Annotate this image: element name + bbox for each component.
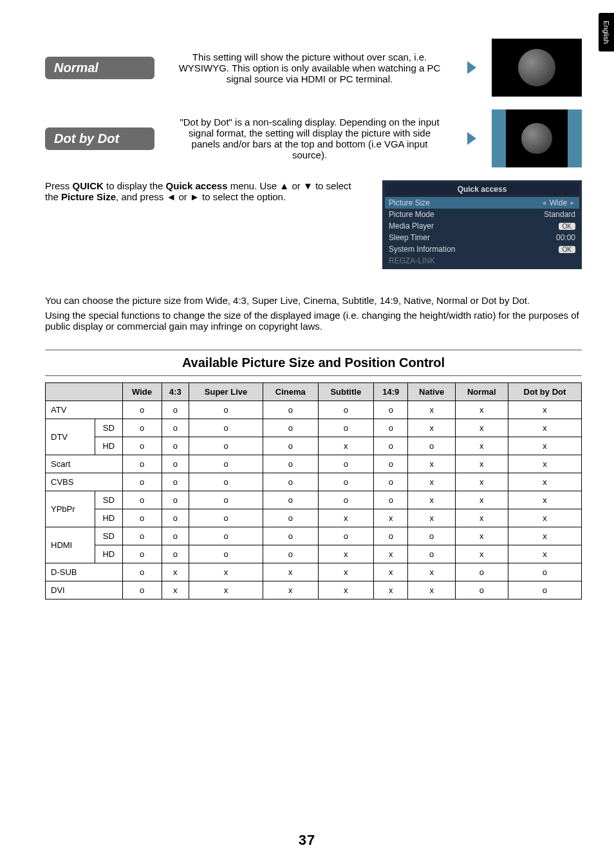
paragraph: Using the special functions to change th… <box>45 310 582 332</box>
panel-row-picture-size[interactable]: Picture Size ◄ Wide ► <box>385 197 579 209</box>
preview-dotbydot <box>492 109 582 167</box>
cell: x <box>374 545 408 563</box>
mode-row-dotbydot: Dot by Dot "Dot by Dot" is a non-scaling… <box>45 109 582 167</box>
cell: o <box>374 527 408 545</box>
cell: o <box>263 437 318 455</box>
row-sublabel: SD <box>95 491 122 509</box>
cell: o <box>263 491 318 509</box>
cell: x <box>455 473 508 491</box>
panel-row-picture-mode[interactable]: Picture Mode Standard <box>385 209 579 220</box>
paragraph: You can choose the picture size from Wid… <box>45 295 582 306</box>
quick-access-panel: Quick access Picture Size ◄ Wide ► Pictu… <box>382 180 582 269</box>
cell: o <box>189 473 263 491</box>
cell: o <box>455 563 508 581</box>
cell: o <box>263 527 318 545</box>
side-bar-right <box>568 109 582 167</box>
table-row: D-SUBoxxxxxxoo <box>46 563 582 581</box>
cell: o <box>162 509 189 527</box>
cell: x <box>408 455 455 473</box>
cell: o <box>189 455 263 473</box>
cell: o <box>318 473 373 491</box>
cell: o <box>122 473 162 491</box>
cell: x <box>189 563 263 581</box>
row-label: Picture Size <box>389 198 430 207</box>
th: 4:3 <box>162 383 189 401</box>
cell: x <box>508 401 581 419</box>
panel-row-sleep-timer[interactable]: Sleep Timer 00:00 <box>385 232 579 243</box>
cell: x <box>263 563 318 581</box>
th: Cinema <box>263 383 318 401</box>
cell: o <box>189 509 263 527</box>
cell: x <box>508 509 581 527</box>
mode-desc-dotbydot: "Dot by Dot" is a non-scaling display. D… <box>167 117 452 160</box>
cell: o <box>318 491 373 509</box>
table-row: HDooooxooxx <box>46 437 582 455</box>
row-label: REGZA-LINK <box>389 256 435 265</box>
cell: x <box>455 401 508 419</box>
text-bold: Picture Size <box>61 191 116 202</box>
cell: o <box>263 455 318 473</box>
cell: o <box>189 401 263 419</box>
row-label: CVBS <box>46 473 123 491</box>
cell: x <box>508 437 581 455</box>
cell: o <box>408 437 455 455</box>
quick-access-text: Press QUICK to display the Quick access … <box>45 180 363 202</box>
cell: x <box>455 545 508 563</box>
table-row: YPbPrSDooooooxxx <box>46 491 582 509</box>
panel-row-system-info[interactable]: System Information OK <box>385 243 579 255</box>
mode-label-dotbydot: Dot by Dot <box>45 127 154 150</box>
table-row: DVIoxxxxxxoo <box>46 581 582 599</box>
cell: x <box>508 455 581 473</box>
ok-badge: OK <box>559 223 575 230</box>
cell: x <box>455 419 508 437</box>
cell: o <box>122 401 162 419</box>
cell: x <box>455 491 508 509</box>
cell: x <box>408 509 455 527</box>
quick-access-section: Press QUICK to display the Quick access … <box>45 180 582 269</box>
cell: x <box>374 581 408 599</box>
page-content: Normal This setting will show the pictur… <box>0 0 614 612</box>
cell: x <box>263 581 318 599</box>
ok-badge: OK <box>559 246 575 253</box>
cell: x <box>508 545 581 563</box>
cell: o <box>189 527 263 545</box>
table-row: CVBSooooooxxx <box>46 473 582 491</box>
cell: o <box>189 419 263 437</box>
text-bold: QUICK <box>73 180 104 191</box>
th-blank <box>46 383 123 401</box>
cell: x <box>455 527 508 545</box>
mode-label-normal: Normal <box>45 57 154 79</box>
cell: x <box>455 437 508 455</box>
row-value: 00:00 <box>556 233 575 242</box>
th: 14:9 <box>374 383 408 401</box>
cell: o <box>374 401 408 419</box>
cell: x <box>408 401 455 419</box>
cell: o <box>318 527 373 545</box>
cell: x <box>374 563 408 581</box>
cell: x <box>508 527 581 545</box>
cell: o <box>122 491 162 509</box>
cell: o <box>374 473 408 491</box>
row-label: D-SUB <box>46 563 123 581</box>
text-frag: , and press ◄ or ► to select the option. <box>116 191 286 202</box>
cell: o <box>162 419 189 437</box>
left-arrow-icon[interactable]: ◄ <box>541 200 547 206</box>
row-value: Standard <box>544 210 575 219</box>
cell: o <box>162 455 189 473</box>
cell: x <box>318 581 373 599</box>
cell: x <box>162 563 189 581</box>
cell: x <box>318 437 373 455</box>
th: Wide <box>122 383 162 401</box>
right-arrow-icon[interactable]: ► <box>570 200 575 206</box>
panel-row-media-player[interactable]: Media Player OK <box>385 220 579 232</box>
cell: o <box>374 437 408 455</box>
text-frag: Press <box>45 180 73 191</box>
cell: o <box>122 527 162 545</box>
cell: o <box>374 491 408 509</box>
cell: o <box>162 401 189 419</box>
side-bar-left <box>492 109 506 167</box>
cell: o <box>162 437 189 455</box>
table-row: HDMISDoooooooxx <box>46 527 582 545</box>
cell: o <box>263 545 318 563</box>
mode-desc-normal: This setting will show the picture witho… <box>167 52 452 84</box>
